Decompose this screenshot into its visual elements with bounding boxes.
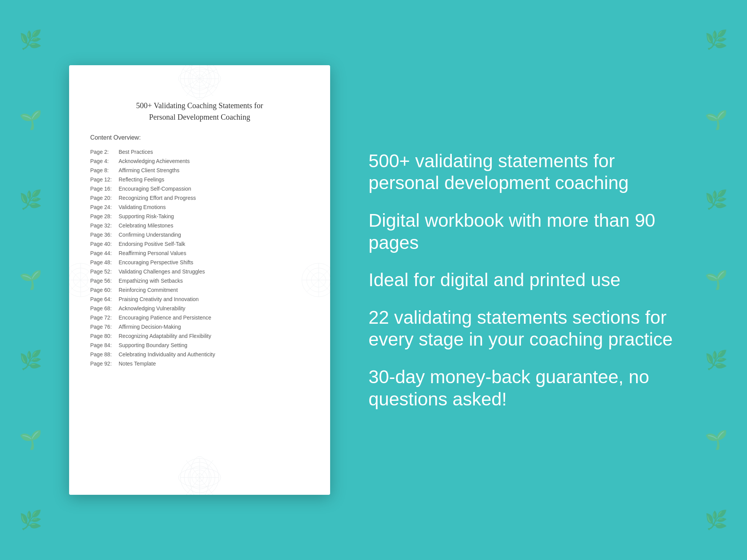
mandala-top (161, 65, 238, 104)
floral-decoration: 🌱 (19, 431, 42, 449)
toc-item: Page 68:Acknowledging Vulnerability (90, 304, 309, 313)
toc-item: Page 76:Affirming Decision-Making (90, 322, 309, 331)
mandala-side-left (69, 242, 104, 318)
toc-item: Page 12:Reflecting Feelings (90, 175, 309, 184)
floral-decoration: 🌿 (705, 351, 728, 369)
floral-decoration: 🌿 (19, 191, 42, 209)
feature-feature2: Digital workbook with more than 90 pages (369, 209, 678, 254)
floral-decoration: 🌿 (705, 511, 728, 529)
toc-item: Page 32:Celebrating Milestones (90, 221, 309, 230)
right-content: 500+ validating statements for personal … (361, 150, 678, 410)
toc-item: Page 20:Recognizing Effort and Progress (90, 193, 309, 203)
floral-border-left: 🌿 🌱 🌿 🌱 🌿 🌱 🌿 (0, 0, 61, 560)
floral-decoration: 🌿 (705, 31, 728, 49)
toc-item: Page 40:Endorsing Positive Self-Talk (90, 239, 309, 249)
floral-decoration: 🌱 (19, 271, 42, 289)
toc-item: Page 56:Empathizing with Setbacks (90, 276, 309, 285)
floral-decoration: 🌿 (19, 31, 42, 49)
feature-feature3: Ideal for digital and printed use (369, 269, 678, 291)
toc-item: Page 88:Celebrating Individuality and Au… (90, 350, 309, 359)
toc-item: Page 16:Encouraging Self-Compassion (90, 184, 309, 193)
toc-item: Page 92:Notes Template (90, 359, 309, 368)
floral-decoration: 🌱 (705, 111, 728, 129)
feature-feature4: 22 validating statements sections for ev… (369, 306, 678, 351)
content-overview-label: Content Overview: (90, 134, 309, 141)
toc-item: Page 60:Reinforcing Commitment (90, 285, 309, 295)
toc-item: Page 4:Acknowledging Achievements (90, 156, 309, 166)
toc-item: Page 64:Praising Creativity and Innovati… (90, 295, 309, 304)
table-of-contents: Page 2:Best PracticesPage 4:Acknowledgin… (90, 147, 309, 368)
toc-item: Page 52:Validating Challenges and Strugg… (90, 267, 309, 276)
toc-item: Page 84:Supporting Boundary Setting (90, 341, 309, 350)
toc-item: Page 80:Recognizing Adaptability and Fle… (90, 331, 309, 341)
document-preview: 500+ Validating Coaching Statements for … (69, 65, 330, 495)
floral-decoration: 🌿 (705, 191, 728, 209)
floral-decoration: 🌱 (705, 431, 728, 449)
feature-feature5: 30-day money-back guarantee, no question… (369, 366, 678, 410)
floral-decoration: 🌱 (19, 111, 42, 129)
main-container: 500+ Validating Coaching Statements for … (0, 0, 747, 560)
toc-item: Page 44:Reaffirming Personal Values (90, 249, 309, 258)
mandala-bottom (161, 453, 238, 495)
mandala-side-right (296, 242, 330, 318)
toc-item: Page 24:Validating Emotions (90, 203, 309, 212)
floral-decoration: 🌿 (19, 351, 42, 369)
toc-item: Page 36:Confirming Understanding (90, 230, 309, 239)
feature-feature1: 500+ validating statements for personal … (369, 150, 678, 194)
floral-border-right: 🌿 🌱 🌿 🌱 🌿 🌱 🌿 (686, 0, 747, 560)
toc-item: Page 48:Encouraging Perspective Shifts (90, 258, 309, 267)
floral-decoration: 🌱 (705, 271, 728, 289)
floral-decoration: 🌿 (19, 511, 42, 529)
toc-item: Page 28:Supporting Risk-Taking (90, 212, 309, 221)
toc-item: Page 72:Encouraging Patience and Persist… (90, 313, 309, 322)
toc-item: Page 2:Best Practices (90, 147, 309, 156)
toc-item: Page 8:Affirming Client Strengths (90, 166, 309, 175)
